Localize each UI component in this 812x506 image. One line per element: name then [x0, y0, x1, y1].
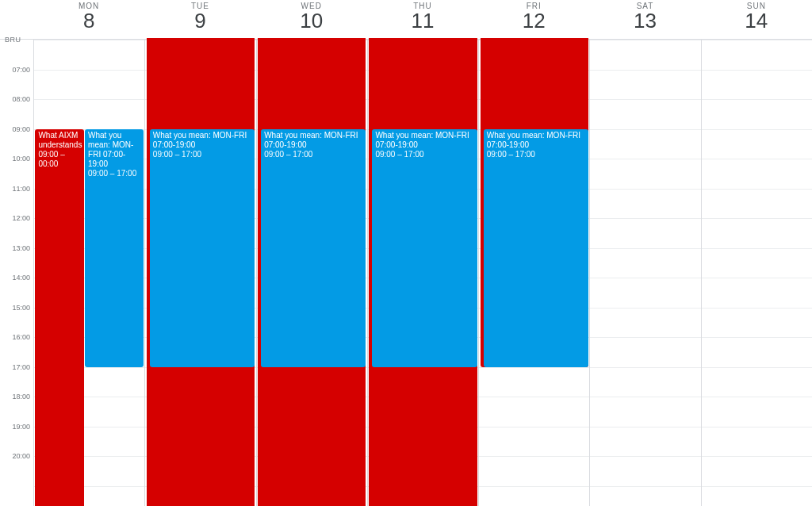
- hour-gridline: [702, 189, 812, 190]
- hour-gridline: [590, 308, 700, 309]
- calendar-event[interactable]: What you mean: MON-FRI 07:00-19:0009:00 …: [261, 129, 366, 367]
- event-time: 09:00 – 17:00: [375, 150, 473, 159]
- calendar-grid: 06:0007:0008:0009:0010:0011:0012:0013:00…: [0, 40, 812, 506]
- hour-gridline: [702, 218, 812, 219]
- day-column[interactable]: [590, 40, 701, 506]
- hour-label: 20:00: [12, 452, 30, 460]
- hour-label: 15:00: [12, 304, 30, 312]
- hour-gridline: [590, 278, 700, 278]
- hour-gridline: [702, 248, 812, 249]
- hour-label: 09:00: [12, 125, 30, 133]
- event-time: 09:00 – 17:00: [88, 169, 140, 178]
- hour-gridline: [590, 129, 700, 130]
- hour-gridline: [590, 397, 700, 397]
- hour-gridline: [702, 397, 812, 397]
- hour-gridline: [479, 367, 589, 368]
- calendar-event[interactable]: What you mean: MON-FRI 07:00-19:0009:00 …: [372, 129, 477, 367]
- day-number: 13: [589, 9, 700, 33]
- timezone-cell: BRU: [0, 0, 33, 40]
- day-number: 10: [256, 9, 367, 33]
- day-number: 11: [367, 9, 478, 33]
- event-time: 09:00 – 17:00: [264, 150, 362, 159]
- event-time: 09:00 – 17:00: [153, 150, 251, 159]
- hour-gridline: [702, 278, 812, 278]
- hour-gridline: [702, 129, 812, 130]
- day-column[interactable]: What you mean: MON-FRI 07:00-19:0009:00 …: [368, 40, 479, 506]
- hour-label: 19:00: [12, 423, 30, 431]
- hour-gridline: [479, 486, 589, 487]
- day-header[interactable]: SUN14: [701, 0, 812, 40]
- event-title: What you mean: MON-FRI 07:00-19:00: [88, 131, 140, 169]
- day-header[interactable]: THU11: [367, 0, 478, 40]
- hour-gridline: [702, 486, 812, 487]
- hour-gridline: [590, 486, 700, 487]
- event-title: What you mean: MON-FRI 07:00-19:00: [264, 131, 362, 150]
- hour-label: 10:00: [12, 155, 30, 163]
- calendar-event[interactable]: What AIXM understands09:00 – 00:00: [35, 129, 83, 507]
- hour-gridline: [702, 308, 812, 309]
- hour-gridline: [590, 367, 700, 368]
- hour-gridline: [702, 337, 812, 338]
- hour-label: 07:00: [12, 66, 30, 74]
- hour-label: 08:00: [12, 95, 30, 103]
- hour-gridline: [702, 159, 812, 159]
- event-title: What AIXM understands: [38, 131, 80, 150]
- hour-gridline: [34, 99, 144, 100]
- event-title: What you mean: MON-FRI 07:00-19:00: [487, 131, 585, 150]
- hour-gridline: [590, 218, 700, 219]
- hour-gridline: [702, 70, 812, 71]
- day-number: 12: [478, 9, 589, 33]
- day-columns[interactable]: What AIXM understands09:00 – 00:00What y…: [34, 40, 812, 506]
- hour-gridline: [702, 427, 812, 427]
- day-header[interactable]: FRI12: [478, 0, 589, 40]
- calendar-event[interactable]: What you mean: MON-FRI 07:00-19:0009:00 …: [150, 129, 255, 367]
- day-number: 8: [33, 9, 144, 33]
- hour-gridline: [590, 159, 700, 159]
- header-row: BRU MON8TUE9WED10THU11FRI12SAT13SUN14: [0, 0, 812, 40]
- hour-gridline: [590, 99, 700, 100]
- day-headers: MON8TUE9WED10THU11FRI12SAT13SUN14: [33, 0, 812, 40]
- day-column[interactable]: [702, 40, 812, 506]
- hour-label: 14:00: [12, 274, 30, 282]
- hour-gridline: [479, 456, 589, 457]
- day-column[interactable]: What you mean: MON-FRI 07:00-19:0009:00 …: [145, 40, 256, 506]
- hour-label: 11:00: [12, 185, 30, 193]
- day-column[interactable]: What you mean: MON-FRI 07:00-19:0009:00 …: [257, 40, 368, 506]
- day-header[interactable]: WED10: [256, 0, 367, 40]
- hour-gridline: [590, 456, 700, 457]
- hour-gridline: [34, 40, 144, 40]
- hour-label: 16:00: [12, 333, 30, 341]
- day-number: 14: [701, 9, 812, 33]
- day-column[interactable]: What AIXM understands09:00 – 00:00What y…: [34, 40, 145, 506]
- hour-gridline: [479, 397, 589, 397]
- hour-label: 17:00: [12, 363, 30, 371]
- day-column[interactable]: What you mean: MON-FRI 07:00-19:0009:00 …: [479, 40, 590, 506]
- hour-gutter: 06:0007:0008:0009:0010:0011:0012:0013:00…: [0, 40, 34, 506]
- event-time: 09:00 – 00:00: [38, 150, 80, 169]
- hour-gridline: [590, 189, 700, 190]
- hour-label: 13:00: [12, 244, 30, 252]
- calendar-week-view: BRU MON8TUE9WED10THU11FRI12SAT13SUN14 06…: [0, 0, 812, 506]
- day-number: 9: [144, 9, 255, 33]
- hour-gridline: [590, 70, 700, 71]
- event-title: What you mean: MON-FRI 07:00-19:00: [153, 131, 251, 150]
- hour-gridline: [34, 70, 144, 71]
- day-header[interactable]: TUE9: [144, 0, 255, 40]
- hour-gridline: [590, 337, 700, 338]
- day-header[interactable]: SAT13: [589, 0, 700, 40]
- hour-gridline: [702, 99, 812, 100]
- hour-gridline: [590, 40, 700, 40]
- hour-gridline: [702, 456, 812, 457]
- hour-gridline: [479, 427, 589, 427]
- event-time: 09:00 – 17:00: [487, 150, 585, 159]
- day-header[interactable]: MON8: [33, 0, 144, 40]
- hour-gridline: [590, 248, 700, 249]
- calendar-event[interactable]: What you mean: MON-FRI 07:00-19:0009:00 …: [484, 129, 588, 367]
- hour-label: 18:00: [12, 393, 30, 401]
- hour-label: 12:00: [12, 214, 30, 222]
- calendar-event[interactable]: What you mean: MON-FRI 07:00-19:0009:00 …: [85, 129, 144, 367]
- hour-gridline: [702, 367, 812, 368]
- hour-gridline: [702, 40, 812, 40]
- hour-gridline: [590, 427, 700, 427]
- event-title: What you mean: MON-FRI 07:00-19:00: [375, 131, 473, 150]
